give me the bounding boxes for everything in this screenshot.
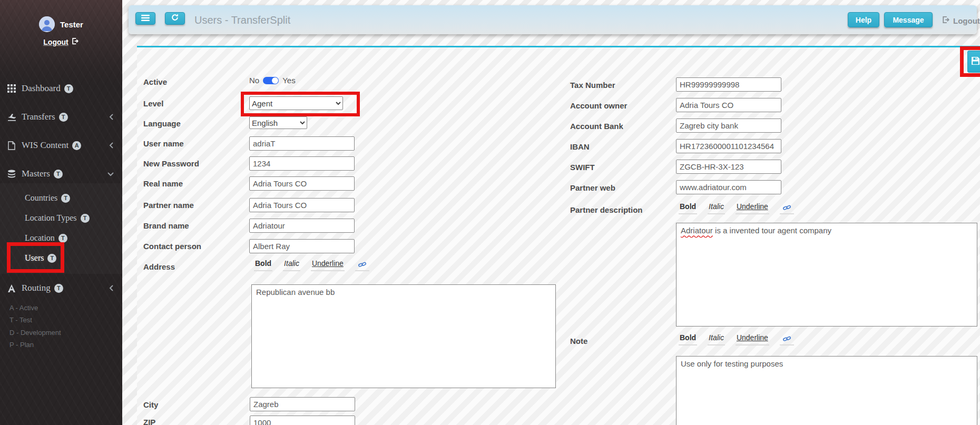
status-badge: T	[54, 284, 63, 293]
zip-input[interactable]	[250, 416, 355, 425]
underline-button[interactable]: Underline	[311, 259, 345, 271]
chain-link-icon[interactable]	[780, 204, 794, 214]
sidebar: Tester Logout Dashboard T	[0, 0, 122, 425]
language-select[interactable]: English	[249, 116, 307, 129]
hamburger-icon	[141, 14, 150, 23]
level-label: Level	[143, 99, 163, 108]
note-toolbar: Bold Italic Underline	[679, 333, 794, 345]
sidebar-item-label: Location Types	[25, 213, 77, 223]
status-badge: T	[58, 234, 67, 243]
sidebar-item-wis-content[interactable]: WIS Content A	[0, 135, 122, 156]
help-button[interactable]: Help	[848, 12, 879, 27]
hamburger-menu-button[interactable]	[135, 12, 155, 25]
sidebar-item-users[interactable]: Users T	[0, 248, 122, 269]
status-badge: T	[47, 254, 56, 263]
partner-web-input[interactable]	[676, 180, 781, 194]
brand-name-label: Brand name	[143, 221, 189, 230]
new-password-input[interactable]	[249, 156, 355, 171]
avatar	[39, 16, 55, 32]
chevron-down-icon[interactable]	[107, 172, 114, 176]
language-label: Language	[143, 119, 181, 128]
chain-link-icon[interactable]	[355, 261, 369, 271]
contact-person-input[interactable]	[249, 239, 355, 253]
user-block: Tester Logout	[0, 16, 122, 47]
plane-icon	[6, 113, 17, 122]
save-button[interactable]	[967, 51, 980, 73]
account-owner-input[interactable]	[676, 98, 781, 112]
database-icon	[6, 170, 17, 179]
active-toggle-row: No Yes	[249, 76, 296, 85]
address-textarea[interactable]: Republican avenue bb	[251, 284, 556, 388]
sidebar-item-label: WIS Content	[22, 140, 68, 151]
sidebar-item-location-types[interactable]: Location Types T	[0, 207, 122, 229]
underline-button[interactable]: Underline	[736, 333, 769, 345]
new-password-label: New Password	[143, 159, 199, 168]
brand-name-input[interactable]	[249, 219, 355, 233]
chevron-left-icon[interactable]	[109, 285, 114, 291]
italic-button[interactable]: Italic	[708, 333, 725, 345]
swift-label: SWIFT	[570, 163, 595, 172]
legend-active: A - Active	[9, 302, 115, 313]
chain-link-icon[interactable]	[780, 335, 794, 345]
sidebar-item-transfers[interactable]: Transfers T	[0, 106, 122, 127]
iban-label: IBAN	[570, 142, 590, 151]
level-select[interactable]: Agent	[249, 96, 343, 110]
iban-input[interactable]	[676, 139, 781, 153]
tax-number-input[interactable]	[676, 77, 781, 92]
main-content-area: Users - TransferSplit Help Message Logou…	[122, 0, 980, 425]
legend-test: T - Test	[9, 314, 115, 325]
active-toggle[interactable]	[263, 77, 279, 84]
account-bank-input[interactable]	[676, 118, 781, 133]
italic-button[interactable]: Italic	[708, 202, 725, 214]
bold-button[interactable]: Bold	[679, 333, 697, 345]
user-name-input[interactable]	[249, 136, 355, 151]
city-label: City	[143, 400, 158, 409]
app-root: { "theme": { "accent_teal": "#38b6d4", "…	[0, 0, 980, 425]
sidebar-item-label: Users	[25, 253, 44, 263]
toggle-on-label: Yes	[282, 76, 295, 85]
address-label: Address	[143, 262, 175, 271]
chevron-left-icon[interactable]	[109, 114, 114, 120]
swift-input[interactable]	[676, 160, 781, 174]
sidebar-item-masters[interactable]: Masters T	[0, 163, 122, 184]
sidebar-item-label: Location	[25, 233, 55, 243]
bold-button[interactable]: Bold	[254, 259, 272, 271]
legend-plan: P - Plan	[9, 339, 115, 350]
note-textarea[interactable]: Use only for testing purposes	[676, 356, 977, 425]
active-label: Active	[143, 77, 167, 86]
account-bank-label: Account Bank	[570, 122, 623, 131]
chevron-left-icon[interactable]	[109, 142, 114, 149]
topbar-logout-button[interactable]: Logout	[942, 16, 980, 25]
sidebar-item-label: Routing	[22, 283, 51, 293]
sidebar-item-countries[interactable]: Countries T	[0, 187, 122, 209]
contact-person-label: Contact person	[143, 242, 201, 251]
message-button[interactable]: Message	[884, 12, 933, 27]
page-title: Users - TransferSplit	[194, 14, 290, 26]
partner-web-label: Partner web	[570, 183, 615, 192]
sidebar-item-location[interactable]: Location T	[0, 228, 122, 249]
sidebar-logout-link[interactable]: Logout	[43, 37, 79, 46]
refresh-button[interactable]	[165, 12, 185, 25]
topbar: Users - TransferSplit Help Message Logou…	[129, 5, 977, 34]
floppy-icon	[971, 56, 980, 67]
partner-description-textarea[interactable]: Adriatour is a invented tour agent compa…	[676, 223, 977, 327]
italic-button[interactable]: Italic	[283, 259, 300, 271]
city-input[interactable]	[250, 397, 355, 411]
partner-name-label: Partner name	[143, 201, 194, 210]
address-toolbar: Bold Italic Underline	[254, 259, 369, 271]
partner-name-input[interactable]	[249, 198, 355, 212]
underline-button[interactable]: Underline	[736, 202, 769, 214]
status-badge: T	[61, 194, 70, 203]
sidebar-item-dashboard[interactable]: Dashboard T	[0, 78, 122, 99]
sidebar-item-routing[interactable]: Routing T	[0, 278, 122, 299]
bold-button[interactable]: Bold	[679, 202, 697, 214]
note-label: Note	[570, 337, 587, 345]
status-badge: T	[81, 214, 90, 223]
status-badge: T	[64, 84, 73, 93]
grid-icon	[6, 84, 17, 93]
real-name-label: Real name	[143, 179, 183, 188]
toggle-off-label: No	[249, 76, 259, 85]
file-icon	[6, 141, 17, 150]
exit-icon	[942, 16, 950, 25]
real-name-input[interactable]	[249, 176, 355, 191]
